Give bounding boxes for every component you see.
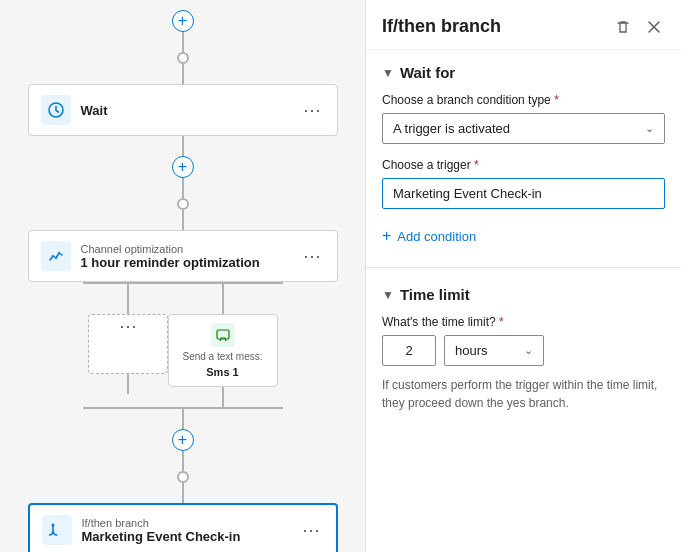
trigger-input[interactable] [382, 178, 665, 209]
condition-type-value: A trigger is activated [393, 121, 510, 136]
condition-type-dropdown[interactable]: A trigger is activated ⌄ [382, 113, 665, 144]
condition-type-required: * [554, 93, 559, 107]
branch-split: ⋯ Send a text mess: [28, 282, 338, 409]
channel-icon [41, 241, 71, 271]
panel-header: If/then branch [366, 0, 681, 50]
section-divider [366, 267, 681, 268]
time-limit-chevron-icon: ▼ [382, 288, 394, 302]
sms-card[interactable]: Send a text mess: Sms 1 [168, 314, 278, 387]
channel-subtitle: Channel optimization [81, 243, 289, 255]
wait-for-chevron-icon: ▼ [382, 66, 394, 80]
branch-left-arm: ⋯ [88, 284, 168, 394]
wait-for-section: ▼ Wait for Choose a branch condition typ… [366, 50, 681, 263]
trigger-label: Choose a trigger * [382, 158, 665, 172]
add-step-button-3[interactable]: + [172, 429, 194, 451]
channel-title: 1 hour reminder optimization [81, 255, 289, 270]
condition-type-label: Choose a branch condition type * [382, 93, 665, 107]
trigger-required: * [474, 158, 479, 172]
channel-optimization-card[interactable]: Channel optimization 1 hour reminder opt… [28, 230, 338, 282]
time-limit-question-label: What's the time limit? * [382, 315, 665, 329]
node-connector-3 [177, 471, 189, 483]
connector-line-3 [182, 136, 184, 156]
condition-type-group: Choose a branch condition type * A trigg… [382, 93, 665, 144]
wait-title: Wait [81, 103, 289, 118]
delete-button[interactable] [611, 17, 635, 37]
trigger-group: Choose a trigger * [382, 158, 665, 209]
wait-for-header[interactable]: ▼ Wait for [382, 64, 665, 81]
connector-line-4 [182, 178, 184, 198]
time-limit-section: ▼ Time limit What's the time limit? * ho… [366, 272, 681, 440]
connector-line-8 [182, 483, 184, 503]
node-connector-2 [177, 198, 189, 210]
channel-content: Channel optimization 1 hour reminder opt… [81, 242, 289, 270]
add-condition-button[interactable]: + Add condition [382, 223, 476, 249]
sms-label: Send a text mess: [182, 351, 262, 362]
wait-content: Wait [81, 103, 289, 118]
node-connector-1 [177, 52, 189, 64]
ifthen-branch-card[interactable]: If/then branch Marketing Event Check-in … [28, 503, 338, 552]
add-condition-label: Add condition [397, 229, 476, 244]
time-number-input[interactable] [382, 335, 436, 366]
right-panel: If/then branch ▼ Wait for Choose a branc… [365, 0, 681, 552]
ifthen-title: Marketing Event Check-in [82, 529, 288, 544]
time-unit-chevron-icon: ⌄ [524, 344, 533, 357]
time-input-row: hours ⌄ [382, 335, 665, 366]
time-limit-header[interactable]: ▼ Time limit [382, 286, 665, 303]
connector-line-1 [182, 32, 184, 52]
wait-card[interactable]: Wait ⋯ [28, 84, 338, 136]
ifthen-more-button[interactable]: ⋯ [298, 517, 324, 543]
wait-for-label: Wait for [400, 64, 455, 81]
connector-line-6 [182, 409, 184, 429]
branch-left-more[interactable]: ⋯ [119, 315, 137, 337]
sms-title: Sms 1 [206, 366, 238, 378]
svg-point-2 [55, 257, 57, 259]
panel-title: If/then branch [382, 16, 501, 37]
svg-point-5 [51, 524, 54, 527]
add-step-button-2[interactable]: + [172, 156, 194, 178]
time-limit-field-group: What's the time limit? * hours ⌄ If cust… [382, 315, 665, 412]
panel-actions [611, 17, 665, 37]
time-limit-required: * [499, 315, 504, 329]
connector-line-7 [182, 451, 184, 471]
time-limit-label: Time limit [400, 286, 470, 303]
branch-icon [42, 515, 72, 545]
ifthen-subtitle: If/then branch [82, 517, 288, 529]
sms-icon [211, 323, 235, 347]
svg-point-1 [52, 255, 54, 257]
branch-right-arm: Send a text mess: Sms 1 [168, 284, 278, 407]
svg-point-3 [58, 252, 60, 254]
flow-canvas: + Wait ⋯ + [0, 0, 365, 552]
wait-more-button[interactable]: ⋯ [299, 97, 325, 123]
add-condition-plus-icon: + [382, 227, 391, 245]
add-step-button-top[interactable]: + [172, 10, 194, 32]
connector-line-5 [182, 210, 184, 230]
time-unit-dropdown[interactable]: hours ⌄ [444, 335, 544, 366]
time-unit-value: hours [455, 343, 488, 358]
time-limit-description: If customers perform the trigger within … [382, 376, 665, 412]
ifthen-content: If/then branch Marketing Event Check-in [82, 516, 288, 544]
channel-more-button[interactable]: ⋯ [299, 243, 325, 269]
connector-line-2 [182, 64, 184, 84]
condition-type-chevron-icon: ⌄ [645, 122, 654, 135]
wait-icon [41, 95, 71, 125]
close-button[interactable] [643, 17, 665, 37]
